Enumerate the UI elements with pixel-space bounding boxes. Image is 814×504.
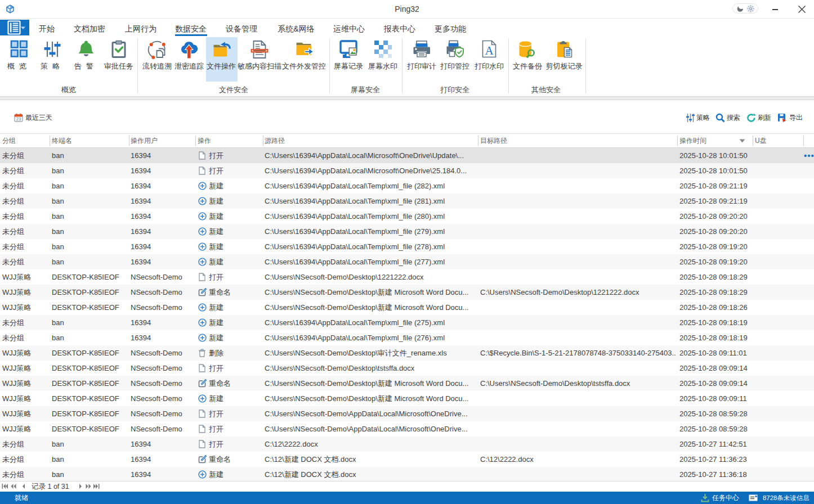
svg-text:A: A	[485, 44, 494, 57]
svg-text:23: 23	[16, 116, 21, 122]
